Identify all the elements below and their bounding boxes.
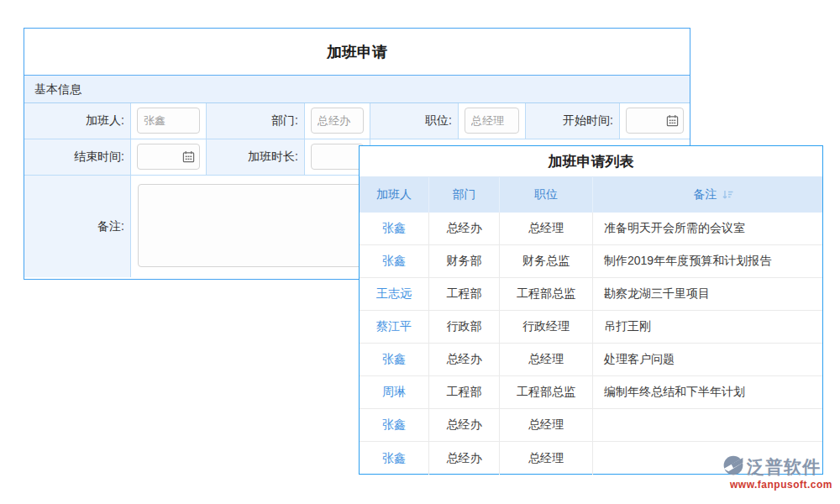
fanpu-logo-icon [722,454,744,480]
cell-person[interactable]: 王志远 [360,278,429,310]
cell-person[interactable]: 张鑫 [360,409,429,441]
cell-department: 工程部 [429,376,500,408]
cell-position: 总经理 [500,344,593,375]
position-cell [459,103,526,139]
table-row: 张鑫 总经办 总经理 处理客户问题 [360,344,822,376]
col-header-position[interactable]: 职位 [500,177,593,213]
table-row: 蔡江平 行政部 行政经理 吊打王刚 [360,311,822,344]
start-time-label: 开始时间: [526,103,620,139]
person-label: 加班人: [24,103,131,139]
cell-position: 财务总监 [500,245,593,277]
table-row: 周琳 工程部 工程部总监 编制年终总结和下半年计划 [360,376,822,409]
cell-department: 工程部 [429,278,500,310]
col-header-person[interactable]: 加班人 [360,177,429,213]
cell-person[interactable]: 张鑫 [360,213,429,244]
duration-input[interactable] [311,144,364,170]
person-cell [131,103,207,139]
cell-department: 行政部 [429,311,500,343]
overtime-list-panel: 加班申请列表 加班人 部门 职位 备注 张鑫 总经办 总经理 准备明天开会所需的… [359,145,823,475]
cell-department: 财务部 [429,245,500,277]
form-row-1: 加班人: 部门: 职位: 开始时间: [24,103,690,139]
cell-position: 总经理 [500,442,593,475]
cell-remark: 处理客户问题 [593,344,822,375]
cell-department: 总经办 [429,442,500,475]
cell-person[interactable]: 张鑫 [360,245,429,277]
watermark-brand-text: 泛普软件 [747,455,821,479]
fanpu-watermark: 泛普软件 www.fanpusoft.com [722,454,840,491]
end-time-cell [131,139,207,175]
end-time-label: 结束时间: [24,139,131,175]
remarks-label: 备注: [24,176,131,277]
cell-department: 总经办 [429,344,500,375]
cell-position: 工程部总监 [500,376,593,408]
duration-label: 加班时长: [207,139,305,175]
cell-department: 总经办 [429,409,500,441]
department-label: 部门: [207,103,305,139]
watermark-brand-row: 泛普软件 [722,454,840,480]
cell-position: 行政经理 [500,311,593,343]
cell-person[interactable]: 周琳 [360,376,429,408]
sort-icon[interactable] [722,190,733,200]
cell-remark: 勘察龙湖三千里项目 [593,278,822,310]
cell-position: 总经理 [500,409,593,441]
position-input[interactable] [465,108,519,134]
table-row: 王志远 工程部 工程部总监 勘察龙湖三千里项目 [360,278,822,311]
table-row: 张鑫 总经办 总经理 准备明天开会所需的会议室 [360,213,822,245]
screen: 加班申请 基本信息 加班人: 部门: 职位: 开始时间: [0,0,840,504]
col-header-remark[interactable]: 备注 [593,177,822,213]
cell-position: 工程部总监 [500,278,593,310]
list-header: 加班人 部门 职位 备注 [360,177,822,213]
list-title: 加班申请列表 [360,146,822,177]
department-cell [305,103,370,139]
col-header-department[interactable]: 部门 [429,177,500,213]
cell-position: 总经理 [500,213,593,244]
form-title: 加班申请 [24,29,690,76]
cell-remark: 制作2019年年度预算和计划报告 [593,245,822,277]
start-time-cell [620,103,690,139]
calendar-icon[interactable] [182,150,195,166]
cell-remark: 吊打王刚 [593,311,822,343]
person-input[interactable] [137,108,200,134]
cell-remark: 编制年终总结和下半年计划 [593,376,822,408]
cell-person[interactable]: 张鑫 [360,442,429,475]
position-label: 职位: [370,103,459,139]
cell-person[interactable]: 张鑫 [360,344,429,375]
cell-remark [593,409,822,441]
table-row: 张鑫 总经办 总经理 [360,409,822,442]
calendar-icon[interactable] [666,114,679,130]
cell-person[interactable]: 蔡江平 [360,311,429,343]
section-basic-info: 基本信息 [24,76,690,103]
watermark-url: www.fanpusoft.com [722,479,840,491]
cell-department: 总经办 [429,213,500,244]
cell-remark: 准备明天开会所需的会议室 [593,213,822,244]
department-input[interactable] [311,108,364,134]
table-row: 张鑫 财务部 财务总监 制作2019年年度预算和计划报告 [360,245,822,278]
